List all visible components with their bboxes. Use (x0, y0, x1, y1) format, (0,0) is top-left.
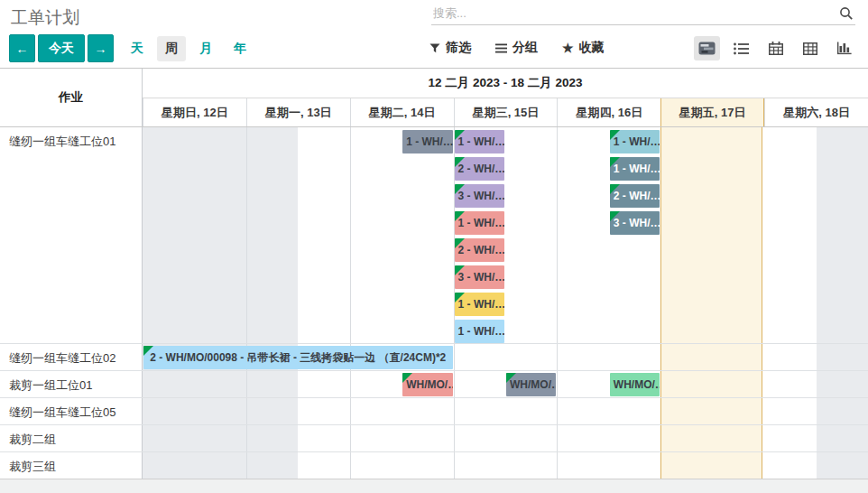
calendar-view-icon (769, 42, 783, 55)
gantt-bar[interactable]: 1 - WH/… (455, 130, 504, 153)
scale-switcher: 天周月年 (123, 36, 254, 61)
gantt-bar[interactable]: WH/MO/… (610, 373, 660, 396)
date-range-label: 12 二月 2023 - 18 二月 2023 (143, 69, 868, 98)
row-label: 裁剪二组 (0, 425, 143, 451)
list-view-button[interactable] (728, 36, 754, 60)
bar-label: 1 - WH/… (455, 325, 504, 338)
groupby-label: 分组 (512, 40, 538, 56)
gantt-bar[interactable]: 3 - WH/… (455, 184, 504, 208)
bar-label: WH/MO/… (610, 378, 660, 391)
scale-button[interactable]: 年 (226, 36, 254, 61)
scale-button[interactable]: 月 (191, 36, 220, 61)
search-box (431, 2, 855, 29)
scale-button[interactable]: 周 (157, 36, 186, 61)
ready-corner-icon (143, 346, 153, 356)
page-title: 工单计划 (11, 6, 79, 30)
gantt-bar[interactable]: 1 - WH/… (455, 211, 504, 235)
groupby-button[interactable]: 分组 (495, 40, 538, 56)
today-button[interactable]: 今天 (38, 34, 85, 62)
ready-corner-icon (455, 130, 465, 140)
day-header: 星期日, 12日 (143, 98, 246, 126)
ready-corner-icon (455, 238, 465, 248)
star-icon: ★ (562, 42, 574, 54)
gantt-bar[interactable]: 3 - WH/… (610, 211, 660, 235)
gantt-row: 缝纫一组车缝工位01 (0, 127, 868, 344)
row-label: 裁剪一组工位01 (0, 371, 143, 397)
graph-view-icon (837, 42, 852, 55)
gantt-view-button[interactable] (694, 36, 720, 60)
filter-funnel-icon (429, 43, 440, 53)
filter-button[interactable]: 筛选 (429, 40, 471, 56)
gantt-bar[interactable]: 1 - WH/… (402, 130, 452, 153)
scale-button[interactable]: 天 (123, 36, 152, 61)
gantt-row: 裁剪三组 (0, 452, 868, 479)
day-header: 星期二, 14日 (350, 98, 454, 126)
ready-corner-icon (455, 157, 465, 167)
gantt-bar[interactable]: 2 - WH/MO/00098 - 吊带长裙 - 三线拷袋贴一边 （直/24CM… (143, 346, 453, 369)
row-label: 裁剪三组 (0, 452, 143, 479)
gantt-bar[interactable]: 2 - WH/… (455, 238, 504, 262)
prev-button[interactable]: ← (9, 34, 35, 62)
ready-corner-icon (402, 373, 412, 383)
row-label: 缝纫一组车缝工位05 (0, 398, 143, 424)
ready-corner-icon (455, 265, 465, 275)
ready-corner-icon (506, 373, 516, 383)
ready-corner-icon (610, 130, 620, 140)
pivot-view-button[interactable] (797, 36, 823, 60)
day-header: 星期一, 13日 (246, 98, 350, 126)
gantt-bar[interactable]: 1 - WH/… (610, 130, 660, 153)
gantt-bar[interactable]: 1 - WH/… (455, 293, 504, 316)
gantt-header: 作业 12 二月 2023 - 18 二月 2023 星期日, 12日星期一, … (0, 69, 868, 127)
filter-label: 筛选 (446, 40, 471, 56)
bar-label: 1 - WH/… (402, 135, 452, 148)
gantt-row: 缝纫一组车缝工位05 (0, 398, 868, 425)
row-label: 缝纫一组车缝工位02 (0, 344, 143, 370)
ready-corner-icon (610, 184, 620, 194)
gantt-view-icon (698, 42, 716, 55)
page-footer-area (0, 479, 868, 493)
pivot-view-icon (803, 42, 817, 55)
view-switcher (694, 36, 857, 60)
calendar-view-button[interactable] (762, 36, 789, 60)
gantt-bar[interactable]: 1 - WH/… (610, 157, 660, 181)
favorites-button[interactable]: ★ 收藏 (562, 40, 605, 56)
rows-header: 作业 (0, 69, 143, 126)
ready-corner-icon (455, 184, 465, 194)
row-label: 缝纫一组车缝工位01 (0, 127, 143, 343)
ready-corner-icon (455, 293, 465, 302)
work-order-planning-page: 工单计划 ← 今天 → 天周月年 筛选 分组 ★ 收藏 (0, 0, 868, 493)
next-button[interactable]: → (88, 34, 114, 62)
ready-corner-icon (455, 211, 465, 221)
gantt-nav-buttons: ← 今天 → (9, 34, 114, 62)
gantt-bar[interactable]: 2 - WH/… (610, 184, 660, 208)
list-view-icon (734, 42, 749, 55)
ready-corner-icon (610, 211, 620, 221)
gantt-bar[interactable]: WH/MO/… (402, 373, 452, 396)
bar-label: 2 - WH/MO/00098 - 吊带长裙 - 三线拷袋贴一边 （直/24CM… (143, 350, 453, 366)
gantt-bar[interactable]: 2 - WH/… (455, 157, 504, 181)
gantt-body: 缝纫一组车缝工位01缝纫一组车缝工位02裁剪一组工位01缝纫一组车缝工位05裁剪… (0, 127, 868, 479)
graph-view-button[interactable] (831, 36, 857, 60)
gantt-row: 裁剪二组 (0, 425, 868, 452)
search-icon[interactable] (839, 6, 854, 21)
ready-corner-icon (610, 157, 620, 167)
search-options: 筛选 分组 ★ 收藏 (429, 40, 605, 56)
day-header: 星期五, 17日 (660, 98, 764, 126)
gantt-bar[interactable]: 3 - WH/… (455, 265, 504, 289)
groupby-lines-icon (495, 43, 507, 53)
favorites-label: 收藏 (579, 40, 605, 56)
day-header: 星期三, 15日 (454, 98, 558, 126)
search-input[interactable] (431, 2, 855, 25)
gantt-bar[interactable]: WH/MO/… (506, 373, 556, 396)
gantt-chart: 作业 12 二月 2023 - 18 二月 2023 星期日, 12日星期一, … (0, 68, 868, 479)
gantt-bar[interactable]: 1 - WH/… (455, 320, 504, 343)
day-header: 星期四, 16日 (557, 98, 660, 126)
day-header: 星期六, 18日 (764, 98, 868, 126)
